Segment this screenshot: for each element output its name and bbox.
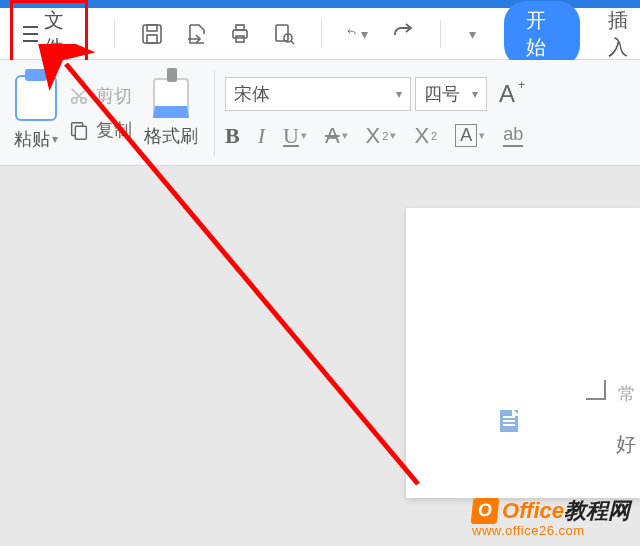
- ribbon-toolbar: 粘贴▾ 剪切 复制 格式刷 宋体▾ 四号▾ A+ B I U▾: [0, 60, 640, 166]
- svg-rect-2: [147, 35, 157, 43]
- format-painter-group: 格式刷: [138, 60, 204, 165]
- watermark-badge-icon: O: [471, 498, 500, 524]
- underline-button[interactable]: U▾: [283, 123, 307, 149]
- document-page[interactable]: 常: [406, 208, 640, 498]
- format-painter-button[interactable]: 格式刷: [144, 124, 198, 148]
- hamburger-icon: [23, 26, 38, 42]
- copy-button[interactable]: 复制: [68, 118, 132, 142]
- menu-bar: 文件 ▾ ▾ 开始 插入: [0, 8, 640, 60]
- chevron-down-icon: ▾: [396, 87, 402, 101]
- print-icon[interactable]: [227, 21, 253, 47]
- document-canvas: 常 好: [0, 166, 640, 546]
- undo-icon[interactable]: ▾: [346, 21, 372, 47]
- font-group: 宋体▾ 四号▾ A+ B I U▾ A▾ X2▾ X2 A▾ ab: [225, 77, 523, 149]
- brush-icon[interactable]: [153, 78, 189, 118]
- redo-icon[interactable]: [390, 21, 416, 47]
- svg-rect-4: [236, 25, 244, 30]
- separator: [440, 20, 441, 48]
- page-char-2: 常: [618, 382, 636, 406]
- superscript-button[interactable]: X2▾: [366, 123, 397, 149]
- subscript-button[interactable]: X2: [414, 123, 437, 149]
- font-name-combo[interactable]: 宋体▾: [225, 77, 411, 111]
- svg-rect-11: [75, 126, 86, 139]
- separator: [321, 20, 322, 48]
- print-preview-icon[interactable]: [271, 21, 297, 47]
- watermark-url: www.office26.com: [472, 524, 630, 538]
- margin-corner-mark: [586, 380, 606, 400]
- font-size-combo[interactable]: 四号▾: [415, 77, 487, 111]
- svg-rect-0: [143, 25, 161, 43]
- svg-rect-5: [236, 36, 244, 42]
- chevron-down-icon: ▾: [472, 87, 478, 101]
- clipboard-icon[interactable]: [15, 75, 57, 121]
- chevron-down-icon[interactable]: ▾: [357, 26, 372, 42]
- text-effects-button[interactable]: A▾: [455, 124, 485, 147]
- separator: [114, 20, 115, 48]
- file-menu-button[interactable]: 文件: [10, 0, 88, 68]
- page-char-1: 好: [616, 431, 636, 458]
- grow-font-button[interactable]: A+: [499, 80, 515, 108]
- tab-start[interactable]: 开始: [504, 1, 580, 67]
- cut-button[interactable]: 剪切: [68, 84, 132, 108]
- separator: [214, 70, 215, 156]
- phonetic-guide-button[interactable]: ab: [503, 124, 523, 147]
- italic-button[interactable]: I: [258, 123, 265, 149]
- svg-rect-1: [147, 25, 157, 31]
- customize-dropdown[interactable]: ▾: [465, 26, 480, 42]
- clipboard-mini: 剪切 复制: [68, 84, 132, 142]
- tab-insert[interactable]: 插入: [608, 7, 640, 61]
- output-icon[interactable]: [183, 21, 209, 47]
- svg-rect-6: [276, 25, 288, 41]
- paste-group: 粘贴▾: [8, 60, 64, 165]
- document-glyph-icon: [500, 410, 518, 432]
- save-icon[interactable]: [139, 21, 165, 47]
- paste-button[interactable]: 粘贴▾: [14, 127, 58, 151]
- bold-button[interactable]: B: [225, 123, 240, 149]
- quick-access-toolbar: ▾ ▾: [108, 20, 480, 48]
- strikethrough-button[interactable]: A▾: [325, 123, 348, 149]
- file-label: 文件: [44, 7, 75, 61]
- watermark: O Office教程网 www.office26.com: [472, 498, 630, 538]
